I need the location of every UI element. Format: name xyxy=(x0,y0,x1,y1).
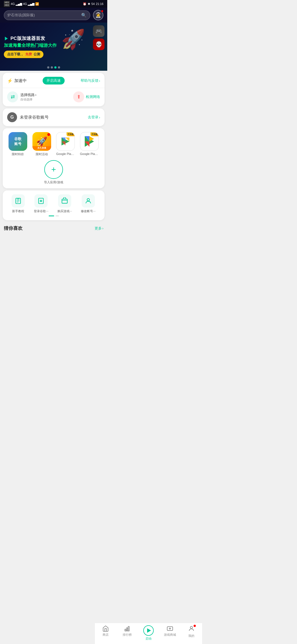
quick-actions: 新手教程 登录谷歌··· 购买游戏··· xyxy=(7,194,100,213)
svg-rect-15 xyxy=(62,199,68,203)
speed-left: ⚡ 加速中 xyxy=(7,78,27,83)
page-indicator xyxy=(7,215,100,216)
signal-2: 4G xyxy=(23,2,27,6)
add-app-label: 导入应用/游戏 xyxy=(44,180,63,184)
dot-2 xyxy=(51,66,53,69)
add-icon: + xyxy=(51,165,56,174)
search-placeholder: 炉石传说(国际服) xyxy=(7,13,81,18)
svg-marker-14 xyxy=(40,200,43,202)
avatar-icon: 🧑‍🚀 xyxy=(95,12,101,18)
action-item-modify-account[interactable]: 修改帐号··· xyxy=(81,194,95,213)
app-item-google-play[interactable]: 不加速 Google Play ··· xyxy=(79,132,100,156)
guess-section-header: 猜你喜欢 更多 › xyxy=(0,222,107,233)
google-account-card: G 未登录谷歌账号 去登录 › xyxy=(3,108,105,126)
speed-lightning-icon: ⚡ xyxy=(7,78,13,83)
detect-upload-icon: ⬆ xyxy=(77,94,81,100)
google-login-icon-box xyxy=(34,194,48,208)
alarm-icon: ⏰ xyxy=(83,2,87,6)
app-item-google-play-games[interactable]: 不加速 Google Play ··· xyxy=(55,132,76,156)
app-label-speed-rocket: 限时活动 xyxy=(36,152,48,156)
more-chevron-icon: › xyxy=(102,226,103,230)
route-info: 选择线路 › 自动选择 xyxy=(20,92,36,102)
clock: 21:16 xyxy=(96,2,103,6)
login-chevron-icon: › xyxy=(99,115,100,119)
apps-grid: 谷歌 账号 限时特价 🚀 永久加速 限时活动 不 xyxy=(7,132,100,156)
buy-game-label: 购买游戏··· xyxy=(57,209,72,213)
avatar-notification-dot xyxy=(101,10,103,12)
modify-account-icon-box xyxy=(82,194,95,208)
action-item-buy-game[interactable]: 购买游戏··· xyxy=(57,194,72,213)
guess-section-title: 猜你喜欢 xyxy=(4,225,23,231)
dot-1 xyxy=(47,66,50,69)
app-label-google-play: Google Play ··· xyxy=(80,152,99,155)
google-row: G 未登录谷歌账号 去登录 › xyxy=(7,112,100,122)
app-item-google-account[interactable]: 谷歌 账号 限时特价 xyxy=(7,132,29,156)
route-section[interactable]: ⇄ 选择线路 › 自动选择 xyxy=(7,91,36,102)
speed-row: ⚡ 加速中 开启高速 帮助与反馈 › xyxy=(7,77,100,84)
banner-dots xyxy=(47,66,60,69)
guess-section-more[interactable]: 更多 › xyxy=(95,226,103,231)
buy-game-icon-box xyxy=(58,194,71,208)
hd-badge: HD1 HD2 xyxy=(4,1,10,7)
tutorial-label: 新手教程 xyxy=(12,209,24,213)
enable-high-speed-btn[interactable]: 开启高速 xyxy=(43,77,65,84)
app-item-speed-rocket[interactable]: 🚀 永久加速 限时活动 xyxy=(31,132,53,156)
tutorial-icon-box xyxy=(12,194,25,208)
play-logo-icon xyxy=(4,36,9,41)
page-dot-1-active xyxy=(49,215,54,216)
star-icon xyxy=(37,197,45,204)
add-app-section[interactable]: + 导入应用/游戏 xyxy=(7,160,100,184)
header: 炉石传说(国际服) 🔍 🧑‍🚀 xyxy=(0,8,107,23)
detect-icon-box: ⬆ xyxy=(73,91,84,102)
route-sub: 自动选择 xyxy=(20,97,36,102)
search-icon[interactable]: 🔍 xyxy=(81,13,87,18)
banner-btn-suffix: 公测 xyxy=(34,52,40,57)
search-bar[interactable]: 炉石传说(国际服) 🔍 xyxy=(4,10,90,20)
bluetooth-icon: ✱ xyxy=(88,2,90,6)
speed-bottom: ⇄ 选择线路 › 自动选择 ⬆ 检测网络 xyxy=(7,91,100,102)
action-item-tutorial[interactable]: 新手教程 xyxy=(12,194,25,213)
route-icon-box: ⇄ xyxy=(7,91,18,102)
banner-tag: PC版加速器首发 xyxy=(4,35,103,42)
quick-actions-card: 新手教程 登录谷歌··· 购买游戏··· xyxy=(3,190,105,220)
status-right: ⏰ ✱ 54 21:16 xyxy=(83,2,103,6)
signal-bars-1: ▂▄▆ xyxy=(16,2,22,6)
route-title: 选择线路 › xyxy=(20,92,36,97)
dot-3-active xyxy=(54,66,57,69)
banner-download-btn[interactable]: 点击下载， 免费 公测 xyxy=(4,51,43,58)
avatar-button[interactable]: 🧑‍🚀 xyxy=(93,10,103,20)
app-label-google-account: 限时特价 xyxy=(12,152,24,156)
detect-section[interactable]: ⬆ 检测网络 xyxy=(73,91,100,102)
speed-rocket-badge xyxy=(47,133,50,136)
app-icon-google-play-games: 不加速 xyxy=(56,132,75,151)
action-item-google-login[interactable]: 登录谷歌··· xyxy=(34,194,48,213)
app-icon-speed-rocket: 🚀 永久加速 xyxy=(32,132,51,151)
app-label-google-play-games: Google Play ··· xyxy=(56,152,75,155)
speed-status-text: 加速中 xyxy=(14,78,27,83)
google-login-link[interactable]: 去登录 › xyxy=(88,115,100,120)
chevron-right-icon: › xyxy=(99,79,100,83)
user-icon xyxy=(85,197,92,204)
add-app-button[interactable]: + xyxy=(44,160,63,179)
app-icon-google-account: 谷歌 账号 xyxy=(9,132,27,151)
app-icon-google-play: 不加速 xyxy=(80,132,99,151)
banner[interactable]: PC版加速器首发 加速海量全球热门端游大作 点击下载， 免费 公测 🚀 🎮 💀 xyxy=(0,23,107,71)
banner-content: PC版加速器首发 加速海量全球热门端游大作 点击下载， 免费 公测 xyxy=(4,35,103,58)
battery-level: 54 xyxy=(91,2,95,6)
modify-account-label: 修改帐号··· xyxy=(81,209,95,213)
apps-card: 谷歌 账号 限时特价 🚀 永久加速 限时活动 不 xyxy=(3,128,105,188)
google-avatar: G xyxy=(7,112,17,122)
google-login-label: 登录谷歌··· xyxy=(34,209,48,213)
no-accel-badge-games: 不加速 xyxy=(67,132,75,136)
svg-point-17 xyxy=(87,198,90,201)
svg-marker-0 xyxy=(5,37,8,40)
divider xyxy=(3,88,105,88)
cart-icon xyxy=(61,197,68,204)
google-left: G 未登录谷歌账号 xyxy=(7,112,49,122)
signal-1: 4G xyxy=(11,2,15,6)
bottom-spacer xyxy=(0,233,107,255)
help-feedback-link[interactable]: 帮助与反馈 › xyxy=(81,78,100,83)
wifi-icon: 📶 xyxy=(35,2,39,6)
route-chevron-icon: › xyxy=(35,93,36,97)
speed-card: ⚡ 加速中 开启高速 帮助与反馈 › ⇄ 选择线路 › 自动选择 ⬆ xyxy=(3,73,105,106)
